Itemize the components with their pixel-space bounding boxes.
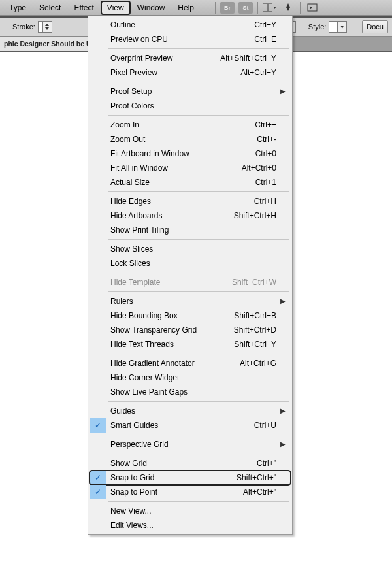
menuitem-label: Hide Edges <box>106 197 254 206</box>
style-dropdown[interactable]: ▼ <box>329 21 347 33</box>
menuitem-shortcut: Ctrl+H <box>254 197 276 206</box>
check-icon <box>90 294 106 308</box>
menuitem-proof-setup[interactable]: Proof Setup▶ <box>90 84 291 99</box>
menu-separator <box>108 291 289 292</box>
menuitem-perspective-grid[interactable]: Perspective Grid▶ <box>90 437 291 452</box>
menuitem-smart-guides[interactable]: ✓Smart GuidesCtrl+U <box>90 418 291 433</box>
stock-icon[interactable]: St <box>238 2 253 14</box>
menu-separator <box>108 354 289 354</box>
menuitem-edit-views[interactable]: Edit Views... <box>90 518 291 533</box>
menu-view[interactable]: View <box>101 1 131 15</box>
menu-type[interactable]: Type <box>3 1 33 15</box>
menuitem-hide-bounding-box[interactable]: Hide Bounding BoxShift+Ctrl+B <box>90 308 291 323</box>
menuitem-zoom-in[interactable]: Zoom InCtrl++ <box>90 118 291 132</box>
svg-rect-1 <box>269 3 272 12</box>
menuitem-hide-artboards[interactable]: Hide ArtboardsShift+Ctrl+H <box>90 208 291 223</box>
screen-mode-icon[interactable] <box>305 2 319 14</box>
check-icon <box>90 385 106 399</box>
menu-separator <box>108 454 289 454</box>
check-icon <box>90 146 106 161</box>
check-icon: ✓ <box>90 485 106 499</box>
menuitem-shortcut: Alt+Ctrl+0 <box>242 163 276 173</box>
check-icon <box>90 84 106 99</box>
menu-help[interactable]: Help <box>171 1 201 15</box>
menuitem-hide-corner-widget[interactable]: Hide Corner Widget <box>90 371 291 385</box>
menuitem-hide-edges[interactable]: Hide EdgesCtrl+H <box>90 194 291 208</box>
check-icon <box>90 242 106 256</box>
menuitem-outline[interactable]: OutlineCtrl+Y <box>90 18 291 32</box>
menuitem-shortcut: Ctrl++ <box>255 120 276 129</box>
document-tab[interactable]: phic Designer Should be Us <box>0 37 101 51</box>
check-icon <box>90 175 106 190</box>
check-icon <box>90 308 106 323</box>
check-icon <box>90 371 106 385</box>
check-icon <box>90 118 106 132</box>
menu-select[interactable]: Select <box>33 1 67 15</box>
check-icon <box>90 356 106 371</box>
check-icon: ✓ <box>90 471 106 485</box>
check-icon <box>90 337 106 352</box>
stroke-weight-stepper[interactable] <box>38 21 52 33</box>
menuitem-rulers[interactable]: Rulers▶ <box>90 294 291 308</box>
menuitem-label: Hide Text Threads <box>106 340 234 349</box>
menuitem-shortcut: Ctrl+E <box>254 35 276 44</box>
menuitem-guides[interactable]: Guides▶ <box>90 404 291 418</box>
menuitem-show-transparency-grid[interactable]: Show Transparency GridShift+Ctrl+D <box>90 323 291 337</box>
menuitem-shortcut: Ctrl+- <box>257 135 276 144</box>
menuitem-shortcut: Shift+Ctrl+B <box>234 311 276 320</box>
check-icon <box>90 194 106 208</box>
check-icon <box>90 223 106 237</box>
menuitem-label: Edit Views... <box>106 521 276 530</box>
menuitem-label: Perspective Grid <box>106 440 276 449</box>
menuitem-label: Hide Bounding Box <box>106 311 234 320</box>
menuitem-preview-on-cpu[interactable]: Preview on CPUCtrl+E <box>90 32 291 46</box>
menu-separator <box>108 239 289 240</box>
check-icon <box>90 161 106 175</box>
menuitem-hide-gradient-annotator[interactable]: Hide Gradient AnnotatorAlt+Ctrl+G <box>90 356 291 371</box>
menuitem-show-print-tiling[interactable]: Show Print Tiling <box>90 223 291 237</box>
menu-separator <box>108 273 289 273</box>
check-icon <box>90 32 106 46</box>
menuitem-pixel-preview[interactable]: Pixel PreviewAlt+Ctrl+Y <box>90 65 291 80</box>
menuitem-label: Hide Template <box>106 278 232 287</box>
menuitem-label: Show Transparency Grid <box>106 325 234 335</box>
menuitem-label: Show Print Tiling <box>106 225 276 235</box>
menuitem-label: Zoom Out <box>106 135 257 144</box>
arrange-documents-icon[interactable]: ▼ <box>263 2 277 14</box>
menuitem-label: Show Slices <box>106 244 276 254</box>
menu-separator <box>108 435 289 435</box>
check-icon <box>90 99 106 113</box>
check-icon <box>90 256 106 271</box>
menuitem-lock-slices[interactable]: Lock Slices <box>90 256 291 271</box>
menuitem-new-view[interactable]: New View... <box>90 504 291 518</box>
menuitem-hide-text-threads[interactable]: Hide Text ThreadsShift+Ctrl+Y <box>90 337 291 352</box>
menuitem-fit-all-in-window[interactable]: Fit All in WindowAlt+Ctrl+0 <box>90 161 291 175</box>
menuitem-actual-size[interactable]: Actual SizeCtrl+1 <box>90 175 291 190</box>
menuitem-shortcut: Alt+Shift+Ctrl+Y <box>220 54 276 63</box>
menuitem-shortcut: Shift+Ctrl+W <box>232 278 276 287</box>
menuitem-show-slices[interactable]: Show Slices <box>90 242 291 256</box>
menuitem-show-live-paint-gaps[interactable]: Show Live Paint Gaps <box>90 385 291 399</box>
gpu-rocket-icon[interactable] <box>281 2 295 14</box>
style-label: Style: <box>308 23 327 31</box>
menuitem-label: Zoom In <box>106 120 255 129</box>
menuitem-snap-to-point[interactable]: ✓Snap to PointAlt+Ctrl+" <box>90 485 291 499</box>
menuitem-label: Snap to Grid <box>106 473 237 482</box>
bridge-icon[interactable]: Br <box>220 2 235 14</box>
menuitem-shortcut: Alt+Ctrl+Y <box>240 68 276 77</box>
menu-separator <box>108 82 289 82</box>
check-icon <box>90 456 106 471</box>
check-icon <box>90 51 106 65</box>
view-menu: OutlineCtrl+YPreview on CPUCtrl+EOverpri… <box>88 16 293 535</box>
menu-window[interactable]: Window <box>131 1 172 15</box>
document-setup-button[interactable]: Docu <box>362 20 388 33</box>
menuitem-overprint-preview[interactable]: Overprint PreviewAlt+Shift+Ctrl+Y <box>90 51 291 65</box>
menuitem-hide-template: Hide TemplateShift+Ctrl+W <box>90 275 291 289</box>
check-icon: ✓ <box>90 418 106 433</box>
menuitem-fit-artboard-in-window[interactable]: Fit Artboard in WindowCtrl+0 <box>90 146 291 161</box>
menuitem-snap-to-grid[interactable]: ✓Snap to GridShift+Ctrl+" <box>90 471 291 485</box>
menu-effect[interactable]: Effect <box>67 1 100 15</box>
menuitem-zoom-out[interactable]: Zoom OutCtrl+- <box>90 132 291 146</box>
menuitem-show-grid[interactable]: Show GridCtrl+" <box>90 456 291 471</box>
menuitem-proof-colors[interactable]: Proof Colors <box>90 99 291 113</box>
